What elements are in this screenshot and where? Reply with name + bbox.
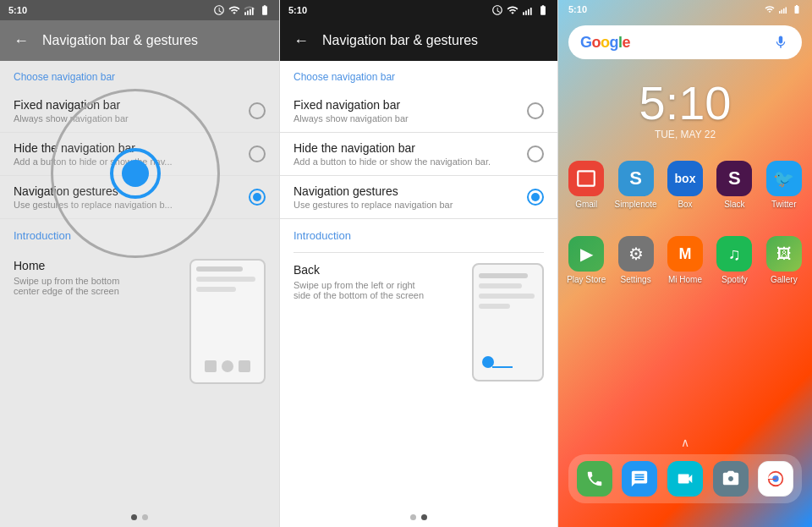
gmail-icon [568, 161, 604, 196]
item-title-hide-2: Hide the navigation bar [294, 141, 527, 155]
svg-rect-7 [530, 8, 532, 15]
status-time-2: 5:10 [288, 5, 307, 15]
item-sub-hide-2: Add a button to hide or show the navigat… [294, 156, 527, 167]
dot-2-inactive [410, 514, 416, 520]
app-mihome[interactable]: M Mi Home [664, 236, 706, 284]
status-bar-panel2: 5:10 [280, 0, 557, 20]
app-gmail[interactable]: Gmail [565, 161, 607, 209]
settings-item-gestures-2[interactable]: Navigation gestures Use gestures to repl… [280, 176, 557, 219]
back-icon-1[interactable]: ← [14, 32, 29, 50]
status-time-1: 5:10 [8, 5, 27, 15]
svg-rect-10 [783, 8, 785, 14]
svg-rect-0 [244, 12, 246, 14]
app-box[interactable]: box Box [664, 161, 706, 209]
settings-item-fixed-2[interactable]: Fixed navigation bar Always show navigat… [280, 90, 557, 133]
home-status-icons [765, 4, 802, 14]
wifi-icon-1 [228, 4, 240, 16]
app-simplenote[interactable]: S Simplenote [614, 161, 656, 209]
dock-camera[interactable] [713, 461, 749, 497]
svg-rect-11 [786, 8, 787, 14]
dock-duo[interactable] [667, 461, 703, 497]
radio-selected-large [110, 148, 161, 199]
box-icon: box [667, 161, 703, 196]
battery-icon-1 [259, 4, 271, 16]
svg-rect-2 [250, 9, 251, 15]
app-gallery[interactable]: 🖼 Gallery [763, 236, 805, 284]
app-grid-row2: ▶ Play Store ⚙ Settings M Mi Home ♫ [558, 229, 812, 291]
playstore-label: Play Store [567, 275, 606, 284]
svg-rect-5 [525, 11, 527, 15]
svg-rect-9 [782, 10, 783, 14]
dot-2-active [421, 514, 427, 520]
magnifier-circle [51, 89, 220, 258]
section-label-2: Choose navigation bar [280, 61, 557, 90]
google-search-bar[interactable]: Google [568, 25, 802, 59]
camera-icon [713, 461, 749, 497]
intro-link-2[interactable]: Introduction [280, 219, 557, 252]
homescreen: 5:10 Google 5:10 TUE, MAY 22 [558, 0, 812, 527]
spotify-label: Spotify [721, 275, 748, 284]
simplenote-label: Simplenote [615, 200, 657, 209]
panel-homescreen: 5:10 Google 5:10 TUE, MAY 22 [558, 0, 812, 527]
gesture-home-label: Home [14, 259, 189, 272]
dock-chrome[interactable] [758, 461, 793, 497]
phone-mock-back [472, 263, 544, 382]
dock-phone[interactable] [577, 461, 612, 497]
settings-icon: ⚙ [618, 236, 654, 272]
status-icons-1 [213, 4, 271, 16]
gesture-back-row: Back Swipe up from the left or right sid… [280, 253, 557, 392]
home-battery-icon [792, 4, 802, 14]
dots-panel1 [0, 506, 279, 527]
status-bar-panel1: 5:10 [0, 0, 279, 20]
radio-hide-2[interactable] [527, 145, 544, 162]
gesture-back-desc: Swipe up from the left or right side of … [294, 280, 429, 300]
clock-area: 5:10 TUE, MAY 22 [558, 80, 812, 140]
gmail-label: Gmail [575, 200, 597, 209]
google-mic-icon[interactable] [771, 33, 790, 52]
item-sub-fixed-2: Always show navigation bar [294, 113, 527, 124]
svg-rect-8 [779, 11, 781, 14]
slack-label: Slack [724, 200, 744, 209]
alarm-icon-2 [491, 4, 503, 16]
status-icons-2 [491, 4, 549, 16]
app-twitter[interactable]: 🐦 Twitter [763, 161, 805, 209]
app-settings[interactable]: ⚙ Settings [614, 236, 656, 284]
mihome-label: Mi Home [668, 275, 702, 284]
app-spotify[interactable]: ♫ Spotify [713, 236, 755, 284]
app-bar-title-2: Navigation bar & gestures [322, 33, 478, 48]
svg-rect-1 [247, 11, 249, 15]
radio-gestures-dot-2 [531, 193, 540, 201]
svg-rect-6 [528, 9, 529, 15]
app-slack[interactable]: S Slack [713, 161, 755, 209]
box-label: Box [678, 200, 692, 209]
panel-middle: 5:10 ← Navigation bar & gestures Choose … [279, 0, 558, 527]
svg-rect-3 [252, 8, 254, 15]
radio-gestures-1[interactable] [249, 189, 266, 206]
radio-fixed-1[interactable] [249, 102, 266, 119]
radio-gestures-2[interactable] [527, 189, 544, 206]
messages-icon [622, 461, 657, 497]
app-playstore[interactable]: ▶ Play Store [565, 236, 607, 284]
radio-hide-1[interactable] [249, 145, 266, 162]
item-sub-gestures-2: Use gestures to replace navigation bar [294, 200, 527, 210]
signal-icon-1 [244, 4, 255, 16]
signal-icon-2 [522, 4, 534, 16]
svg-rect-4 [523, 12, 524, 14]
phone-mock-home [189, 259, 266, 384]
back-icon-2[interactable]: ← [294, 32, 309, 50]
home-signal-icon [778, 4, 788, 14]
chrome-icon [758, 461, 793, 497]
settings-item-hide-2[interactable]: Hide the navigation bar Add a button to … [280, 133, 557, 176]
gesture-back-label: Back [294, 263, 458, 277]
radio-fixed-2[interactable] [527, 102, 544, 119]
slack-icon: S [716, 161, 752, 196]
radio-selected-dot [122, 160, 149, 187]
dot-1-active [131, 514, 137, 520]
panel-left: 5:10 ← Navigation bar & gestures Choose … [0, 0, 279, 527]
playstore-icon: ▶ [568, 236, 604, 272]
mihome-icon: M [667, 236, 703, 272]
app-bar-title-1: Navigation bar & gestures [42, 33, 198, 48]
home-wifi-icon [765, 4, 775, 14]
dock-messages[interactable] [622, 461, 657, 497]
dock-area: ∧ [558, 429, 812, 527]
